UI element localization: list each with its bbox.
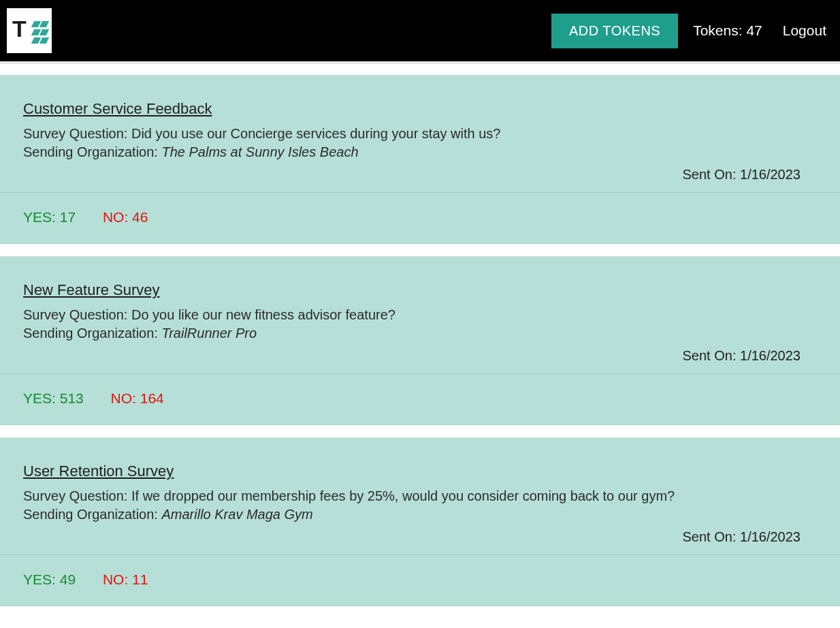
sending-org-label: Sending Organization: xyxy=(23,507,161,522)
survey-question-label: Survey Question: xyxy=(23,307,131,322)
survey-question-line: Survey Question: If we dropped our membe… xyxy=(23,488,821,504)
no-count: NO: 11 xyxy=(103,571,148,587)
survey-question-text: If we dropped our membership fees by 25%… xyxy=(131,488,675,503)
app-logo[interactable]: T xyxy=(7,8,52,53)
sent-on-row: Sent On: 1/16/2023 xyxy=(23,525,821,545)
survey-card-list: Customer Service Feedback Survey Questio… xyxy=(0,75,840,606)
survey-title-link[interactable]: New Feature Survey xyxy=(23,281,160,299)
sent-on-date: 1/16/2023 xyxy=(740,348,801,363)
survey-card-body: New Feature Survey Survey Question: Do y… xyxy=(0,257,840,374)
logo-bars-icon xyxy=(33,21,48,44)
yes-prefix: YES: xyxy=(23,390,60,406)
survey-question-text: Did you use our Concierge services durin… xyxy=(131,126,500,141)
topbar: T ADD TOKENS Tokens: 47 Logout xyxy=(0,0,840,61)
survey-card-footer: YES: 513 NO: 164 xyxy=(0,374,840,424)
add-tokens-button[interactable]: ADD TOKENS xyxy=(551,14,678,48)
sent-on-date: 1/16/2023 xyxy=(740,167,801,182)
yes-value: 513 xyxy=(60,390,84,406)
no-value: 46 xyxy=(132,209,148,225)
survey-card-body: Customer Service Feedback Survey Questio… xyxy=(0,76,840,193)
no-count: NO: 46 xyxy=(103,209,148,225)
sending-org-line: Sending Organization: Amarillo Krav Maga… xyxy=(23,507,821,522)
survey-card-footer: YES: 17 NO: 46 xyxy=(0,193,840,243)
sending-org-name: TrailRunner Pro xyxy=(161,326,257,341)
survey-card-body: User Retention Survey Survey Question: I… xyxy=(0,438,840,555)
survey-card: Customer Service Feedback Survey Questio… xyxy=(0,75,840,244)
survey-question-label: Survey Question: xyxy=(23,126,131,141)
sent-on-label: Sent On: xyxy=(683,529,741,544)
tokens-prefix: Tokens: xyxy=(693,22,746,38)
sending-org-line: Sending Organization: The Palms at Sunny… xyxy=(23,144,821,160)
yes-count: YES: 49 xyxy=(23,571,76,587)
survey-title-link[interactable]: User Retention Survey xyxy=(23,462,174,480)
sent-on-row: Sent On: 1/16/2023 xyxy=(23,163,821,183)
no-prefix: NO: xyxy=(103,571,132,587)
survey-title-link[interactable]: Customer Service Feedback xyxy=(23,100,212,118)
yes-count: YES: 513 xyxy=(23,390,84,406)
no-value: 164 xyxy=(140,390,164,406)
sent-on-row: Sent On: 1/16/2023 xyxy=(23,344,821,364)
logo-letter-icon: T xyxy=(12,16,27,42)
no-value: 11 xyxy=(132,571,148,587)
yes-value: 49 xyxy=(60,571,76,587)
survey-question-text: Do you like our new fitness advisor feat… xyxy=(131,307,395,322)
survey-card: New Feature Survey Survey Question: Do y… xyxy=(0,256,840,425)
yes-prefix: YES: xyxy=(23,209,60,225)
sent-on-date: 1/16/2023 xyxy=(740,529,801,544)
sending-org-name: The Palms at Sunny Isles Beach xyxy=(161,144,358,159)
yes-count: YES: 17 xyxy=(23,209,76,225)
logo-glyph: T xyxy=(12,17,46,44)
token-count-label: Tokens: 47 xyxy=(693,22,762,39)
no-prefix: NO: xyxy=(103,209,132,225)
survey-question-label: Survey Question: xyxy=(23,488,131,503)
logout-link[interactable]: Logout xyxy=(783,22,826,39)
no-count: NO: 164 xyxy=(111,390,164,406)
yes-prefix: YES: xyxy=(23,571,60,587)
survey-question-line: Survey Question: Do you like our new fit… xyxy=(23,307,821,323)
yes-value: 17 xyxy=(60,209,76,225)
survey-card-footer: YES: 49 NO: 11 xyxy=(0,555,840,606)
survey-card: User Retention Survey Survey Question: I… xyxy=(0,437,840,606)
topbar-divider xyxy=(0,61,840,64)
no-prefix: NO: xyxy=(111,390,140,406)
sending-org-line: Sending Organization: TrailRunner Pro xyxy=(23,326,821,341)
sent-on-label: Sent On: xyxy=(683,167,741,182)
sending-org-label: Sending Organization: xyxy=(23,144,161,159)
sending-org-label: Sending Organization: xyxy=(23,326,161,341)
survey-question-line: Survey Question: Did you use our Concier… xyxy=(23,126,821,142)
sent-on-label: Sent On: xyxy=(683,348,741,363)
sending-org-name: Amarillo Krav Maga Gym xyxy=(161,507,312,522)
tokens-value: 47 xyxy=(746,22,762,38)
